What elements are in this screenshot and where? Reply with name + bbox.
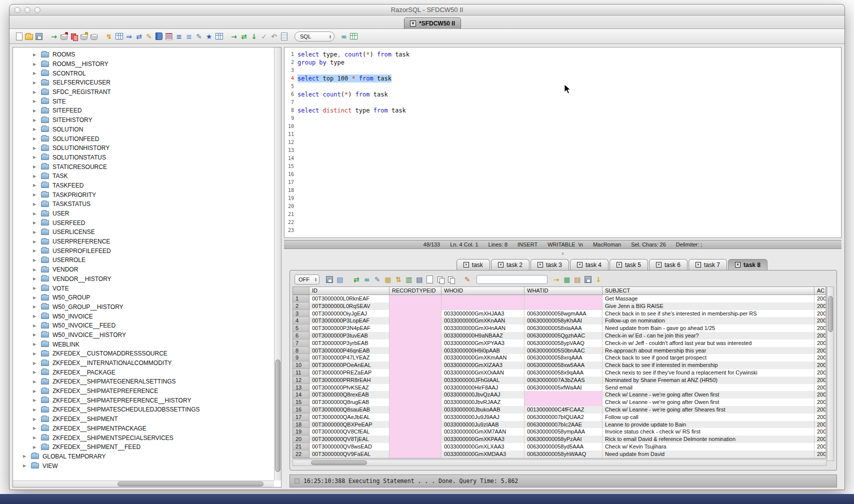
- splitter[interactable]: ∧: [284, 249, 842, 258]
- table-row[interactable]: 1800T3000000QBXPeEAP0033000000Ju9zIAAB00…: [293, 421, 826, 428]
- results-search-input[interactable]: [476, 275, 548, 284]
- table-row[interactable]: 1500T3000000Q8rugEAB0033000000JbvRJAAZCh…: [293, 398, 826, 406]
- table-row[interactable]: 300T3000000OiyJgEAJ0033000000GmXHJAA3006…: [293, 310, 826, 318]
- table-vertical-scrollbar[interactable]: [827, 286, 834, 461]
- disclosure-triangle-icon[interactable]: ▶: [33, 155, 40, 160]
- add-table-icon[interactable]: ▦: [562, 275, 572, 284]
- sidebar-item-w50-invoice[interactable]: ▶W50_INVOICE: [13, 312, 281, 321]
- tab-close-icon[interactable]: ×: [498, 262, 504, 268]
- editor-line[interactable]: 10: [284, 122, 841, 130]
- disclosure-triangle-icon[interactable]: ▶: [33, 296, 40, 300]
- tree-horizontal-scrollbar[interactable]: [13, 480, 274, 487]
- save-grid-icon[interactable]: [584, 275, 592, 284]
- editor-line[interactable]: 4select top 100 * from task: [284, 74, 841, 82]
- disclosure-triangle-icon[interactable]: ▶: [33, 212, 40, 216]
- disclosure-triangle-icon[interactable]: ▶: [33, 258, 40, 262]
- tab-close-icon[interactable]: ×: [696, 262, 701, 268]
- editor-line[interactable]: 7: [284, 98, 841, 106]
- table-row[interactable]: 2000T3000000QV8TjEAL0033000000GmXKPAA300…: [293, 436, 826, 443]
- sidebar-item-sitefeed[interactable]: ▶SITEFEED: [13, 106, 281, 116]
- sidebar-item-zkfedex-customaddresssource[interactable]: ▶ZKFEDEX__CUSTOMADDRESSSOURCE: [13, 349, 281, 358]
- column-header[interactable]: WHATID: [524, 287, 602, 294]
- sidebar-item-vendor-history[interactable]: ▶VENDOR__HISTORY: [13, 274, 281, 284]
- column-header[interactable]: AC: [814, 287, 826, 294]
- sidebar-item-taskfeed[interactable]: ▶TASKFEED: [13, 181, 281, 190]
- editor-line[interactable]: 19: [284, 194, 841, 202]
- disclosure-triangle-icon[interactable]: ▶: [33, 276, 40, 281]
- sidebar-item-user[interactable]: ▶USER: [13, 209, 281, 218]
- glasses-view-icon[interactable]: ∞: [362, 275, 372, 284]
- editor-line[interactable]: 12: [284, 138, 841, 146]
- db-tools-icon[interactable]: [90, 32, 98, 41]
- swap-icon[interactable]: ⇄: [240, 32, 248, 41]
- edit-doc-icon[interactable]: ✎: [144, 32, 154, 41]
- export-doc-icon[interactable]: ⇒: [124, 32, 134, 41]
- disclosure-triangle-icon[interactable]: ▶: [33, 417, 40, 422]
- editor-line[interactable]: 1select type, count(*) from task: [284, 50, 841, 58]
- disclosure-triangle-icon[interactable]: ▶: [33, 324, 40, 328]
- sidebar-item-view[interactable]: ▶VIEW: [13, 461, 281, 470]
- table-row[interactable]: 1400T3000000Q8rexEAB0033000000JbvQzAAJCh…: [293, 391, 826, 398]
- disclosure-triangle-icon[interactable]: ▶: [33, 240, 40, 244]
- table-row[interactable]: 1000T3000000POeAnEAL0033000000GmXIZAA300…: [293, 362, 826, 369]
- connect-icon[interactable]: →: [50, 32, 58, 41]
- query-builder-icon[interactable]: [114, 32, 124, 41]
- disclosure-triangle-icon[interactable]: ▶: [33, 398, 40, 402]
- refresh-doc-icon[interactable]: ⇄: [134, 32, 144, 41]
- tab-close-icon[interactable]: ×: [656, 262, 662, 268]
- stop-icon[interactable]: [294, 478, 300, 484]
- copy-results-icon[interactable]: [436, 275, 445, 284]
- table-row[interactable]: 1900T3000000QV8CfEAL0033000000GmXM7AAN00…: [293, 428, 826, 436]
- sidebar-item-selfserviceuser[interactable]: ▶SELFSERVICEUSER: [13, 78, 281, 88]
- sidebar-item-vote[interactable]: ▶VOTE: [13, 284, 281, 293]
- table-row[interactable]: 400T3000000P3LopEAF0033000000GmXKnAAN006…: [293, 317, 826, 324]
- editor-line[interactable]: 9: [284, 114, 841, 122]
- sidebar-item-userprofilefeed[interactable]: ▶USERPROFILEFEED: [13, 246, 281, 256]
- commit-icon[interactable]: ✓: [260, 32, 268, 41]
- edit-pointer-icon[interactable]: ✎: [373, 275, 382, 284]
- sidebar-item-w50-group[interactable]: ▶W50_GROUP: [13, 293, 281, 302]
- view-queries-icon[interactable]: ∞: [340, 32, 348, 41]
- disclosure-triangle-icon[interactable]: ▶: [33, 314, 40, 318]
- tree-vertical-scrollbar[interactable]: [274, 48, 281, 480]
- disclosure-triangle-icon[interactable]: ▶: [33, 426, 40, 430]
- tree-vscroll-thumb[interactable]: [275, 360, 280, 472]
- disclosure-triangle-icon[interactable]: ▶: [23, 454, 30, 458]
- filter-results-icon[interactable]: ▤: [336, 275, 344, 284]
- table-row[interactable]: 100T3000000L0RknEAFGet Massage200: [293, 295, 826, 302]
- column-header[interactable]: [293, 287, 310, 294]
- format-left-icon[interactable]: ≡: [174, 32, 184, 41]
- new-db-icon[interactable]: [80, 32, 88, 41]
- sql-editor[interactable]: 1select type, count(*) from task2group b…: [284, 47, 842, 238]
- tab-close-icon[interactable]: ×: [410, 20, 416, 26]
- disclosure-triangle-icon[interactable]: ▶: [33, 62, 40, 66]
- editor-line[interactable]: 5: [284, 82, 841, 90]
- disclosure-triangle-icon[interactable]: ▶: [33, 389, 40, 394]
- rollback-icon[interactable]: ↶: [270, 32, 278, 41]
- statement-type-select[interactable]: SQL ▲▼: [294, 32, 334, 42]
- editor-line[interactable]: 13: [284, 146, 841, 154]
- table-row[interactable]: 800T3000000P46qnEAB0033000000H9i0pAAB006…: [293, 347, 826, 354]
- disclosure-triangle-icon[interactable]: ▶: [33, 136, 40, 141]
- export-table-icon[interactable]: [214, 32, 224, 41]
- disclosure-triangle-icon[interactable]: ▶: [33, 99, 40, 104]
- sidebar-item-rooms-history[interactable]: ▶ROOMS__HISTORY: [13, 60, 281, 69]
- sidebar-item-weblink[interactable]: ▶WEBLINK: [13, 340, 281, 349]
- table-row[interactable]: 2100T3000000QV8wsEAD0033000000GmXLXAA300…: [293, 443, 826, 450]
- disclosure-triangle-icon[interactable]: ▶: [33, 445, 40, 450]
- save-results-icon[interactable]: [325, 275, 334, 284]
- editor-line[interactable]: 16: [284, 170, 841, 178]
- format-right-icon[interactable]: ≡: [184, 32, 194, 41]
- sidebar-item-staticresource[interactable]: ▶STATICRESOURCE: [13, 162, 281, 172]
- open-file-icon[interactable]: [24, 32, 34, 41]
- sidebar-item-zkfedex-shipmatepreference-history[interactable]: ▶ZKFEDEX__SHIPMATEPREFERENCE__HISTORY: [13, 396, 281, 405]
- table-row[interactable]: 600T3000000P3tuvEAB0033000000H9aNBAAZ006…: [293, 332, 826, 340]
- editor-line[interactable]: 17: [284, 178, 841, 186]
- table-row[interactable]: 700T3000000P3yrbEAB0033000000GmXPYAA3006…: [293, 340, 826, 347]
- disclosure-triangle-icon[interactable]: ▶: [33, 202, 40, 206]
- results-tab-task[interactable]: ×task: [456, 259, 490, 270]
- sidebar-item-taskpriority[interactable]: ▶TASKPRIORITY: [13, 190, 281, 200]
- go-forward-icon[interactable]: →: [230, 32, 238, 41]
- disclosure-triangle-icon[interactable]: ▶: [33, 174, 40, 178]
- table-row[interactable]: 1300T3000000PfvKSEAZ0033000000HirF8AAJ00…: [293, 384, 826, 392]
